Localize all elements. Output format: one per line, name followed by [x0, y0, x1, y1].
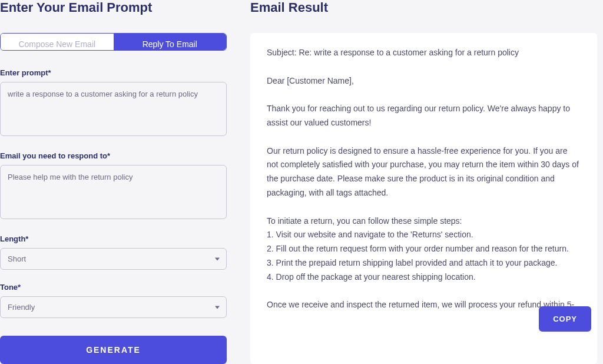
- length-label: Length*: [0, 234, 227, 243]
- tone-label: Tone*: [0, 283, 227, 292]
- result-title: Email Result: [250, 0, 597, 15]
- copy-button[interactable]: COPY: [539, 306, 591, 332]
- length-select[interactable]: Short: [0, 248, 227, 270]
- respond-to-input[interactable]: [0, 165, 227, 219]
- respond-to-label: Email you need to respond to*: [0, 151, 227, 160]
- result-panel: Email Result Subject: Re: write a respon…: [250, 0, 603, 364]
- prompt-label: Enter prompt*: [0, 68, 227, 77]
- tab-compose-new[interactable]: Compose New Email: [1, 34, 114, 50]
- tone-select[interactable]: Friendly: [0, 296, 227, 318]
- generate-button[interactable]: GENERATE: [0, 336, 227, 364]
- tab-reply-to[interactable]: Reply To Email: [114, 34, 227, 50]
- prompt-input[interactable]: [0, 82, 227, 136]
- email-mode-tabs: Compose New Email Reply To Email: [0, 33, 227, 51]
- input-title: Enter Your Email Prompt: [0, 0, 227, 15]
- input-panel: Enter Your Email Prompt Compose New Emai…: [0, 0, 227, 364]
